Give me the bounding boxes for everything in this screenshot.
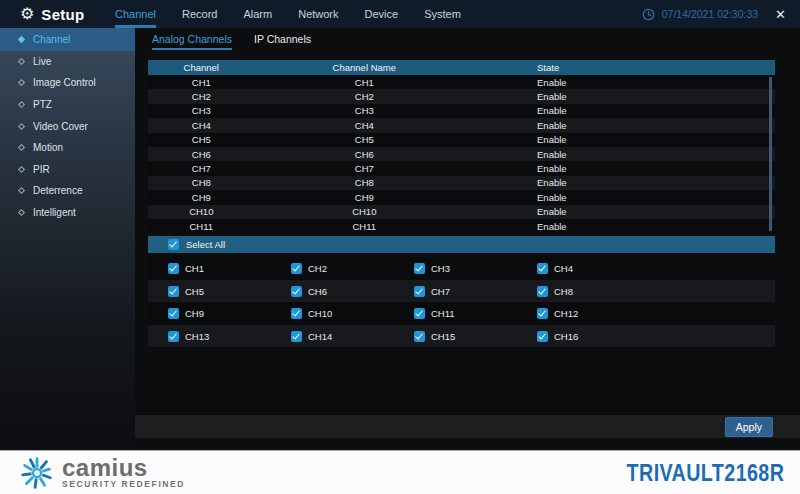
checkbox-icon[interactable] xyxy=(168,308,179,319)
channel-checkbox-ch11[interactable]: CH11 xyxy=(414,308,537,319)
bottom-gap xyxy=(135,438,800,450)
channel-checkbox-ch15[interactable]: CH15 xyxy=(414,331,537,342)
header-state: State xyxy=(474,62,775,73)
table-row: CH11 CH11 Enable xyxy=(148,219,775,233)
channel-table: Channel Channel Name State CH1 CH1 Enabl… xyxy=(148,60,775,347)
table-row: CH4 CH4 Enable xyxy=(148,118,775,132)
checkbox-icon[interactable] xyxy=(414,308,425,319)
cell-channel: CH10 xyxy=(148,206,255,217)
close-icon[interactable]: ✕ xyxy=(775,7,786,22)
top-menu: Channel Record Alarm Network Device Syst… xyxy=(115,0,461,28)
channel-tabs: Analog Channels IP Channels xyxy=(135,28,800,50)
sidebar-item-pir[interactable]: PIR xyxy=(0,158,135,180)
table-row: CH8 CH8 Enable xyxy=(148,176,775,190)
checkbox-label: CH6 xyxy=(308,286,327,297)
channel-checkbox-ch12[interactable]: CH12 xyxy=(537,308,660,319)
table-row: CH6 CH6 Enable xyxy=(148,147,775,161)
table-scrollbar[interactable] xyxy=(769,77,772,231)
gear-icon: ⚙ xyxy=(20,6,34,22)
checkbox-label: CH13 xyxy=(185,331,209,342)
channel-checkbox-ch6[interactable]: CH6 xyxy=(291,286,414,297)
camius-logo: camius SECURITY REDEFINED xyxy=(18,454,185,492)
cell-state: Enable xyxy=(474,77,775,88)
channel-checkbox-ch9[interactable]: CH9 xyxy=(168,308,291,319)
sidebar-item-video-cover[interactable]: Video Cover xyxy=(0,115,135,137)
sidebar-item-live[interactable]: Live xyxy=(0,51,135,73)
cell-name: CH4 xyxy=(255,120,474,131)
channel-checkbox-ch1[interactable]: CH1 xyxy=(168,263,291,274)
checkbox-icon[interactable] xyxy=(537,286,548,297)
tab-ip-channels[interactable]: IP Channels xyxy=(254,28,311,50)
checkbox-icon[interactable] xyxy=(291,331,302,342)
sidebar-item-intelligent[interactable]: Intelligent xyxy=(0,202,135,224)
checkbox-icon[interactable] xyxy=(291,263,302,274)
channel-checkbox-ch5[interactable]: CH5 xyxy=(168,286,291,297)
setup-window: ⚙ Setup Channel Record Alarm Network Dev… xyxy=(0,0,800,494)
checkbox-label: CH15 xyxy=(431,331,455,342)
channel-checkbox-ch3[interactable]: CH3 xyxy=(414,263,537,274)
menu-item-alarm[interactable]: Alarm xyxy=(243,0,272,28)
clock-icon xyxy=(642,8,655,21)
checkbox-icon[interactable] xyxy=(291,308,302,319)
checkbox-label: CH7 xyxy=(431,286,450,297)
topbar-right: 07/14/2021 02:30:33 ✕ xyxy=(642,7,800,22)
diamond-icon xyxy=(18,79,25,86)
select-all-label: Select All xyxy=(186,239,225,250)
cell-channel: CH2 xyxy=(148,91,255,102)
checkbox-icon[interactable] xyxy=(168,286,179,297)
checkbox-icon[interactable] xyxy=(168,331,179,342)
checkbox-icon[interactable] xyxy=(414,286,425,297)
apply-button[interactable]: Apply xyxy=(725,417,773,437)
brand-tagline: SECURITY REDEFINED xyxy=(62,479,185,489)
diamond-icon xyxy=(18,101,25,108)
menu-item-system[interactable]: System xyxy=(424,0,461,28)
cell-name: CH2 xyxy=(255,91,474,102)
cell-state: Enable xyxy=(474,206,775,217)
channel-checkbox-ch4[interactable]: CH4 xyxy=(537,263,660,274)
menu-item-record[interactable]: Record xyxy=(182,0,217,28)
logo-text: camius SECURITY REDEFINED xyxy=(62,457,185,489)
model-name: TRIVAULT2168R xyxy=(626,459,784,487)
sidebar-item-ptz[interactable]: PTZ xyxy=(0,94,135,116)
channel-checkbox-ch2[interactable]: CH2 xyxy=(291,263,414,274)
diamond-icon xyxy=(18,58,25,65)
checkbox-label: CH1 xyxy=(185,263,204,274)
menu-item-network[interactable]: Network xyxy=(298,0,338,28)
select-all-row[interactable]: Select All xyxy=(148,236,775,253)
sidebar-item-image-control[interactable]: Image Control xyxy=(0,72,135,94)
cell-name: CH11 xyxy=(255,221,474,232)
diamond-icon xyxy=(18,166,25,173)
checkbox-icon[interactable] xyxy=(537,331,548,342)
checkbox-icon[interactable] xyxy=(291,286,302,297)
cell-channel: CH4 xyxy=(148,120,255,131)
sidebar-item-motion[interactable]: Motion xyxy=(0,137,135,159)
sidebar-item-channel[interactable]: Channel xyxy=(0,28,135,51)
sidebar-item-deterrence[interactable]: Deterrence xyxy=(0,180,135,202)
cell-state: Enable xyxy=(474,221,775,232)
menu-item-device[interactable]: Device xyxy=(365,0,399,28)
checkbox-icon[interactable] xyxy=(414,263,425,274)
checkbox-row: CH5 CH6 CH7 CH8 xyxy=(148,280,775,303)
menu-item-channel[interactable]: Channel xyxy=(115,0,156,28)
table-row: CH9 CH9 Enable xyxy=(148,190,775,204)
checkbox-icon[interactable] xyxy=(414,331,425,342)
checkbox-icon[interactable] xyxy=(537,308,548,319)
checkbox-icon[interactable] xyxy=(537,263,548,274)
checkbox-icon[interactable] xyxy=(168,263,179,274)
channel-checkbox-ch16[interactable]: CH16 xyxy=(537,331,660,342)
sidebar-item-label: Image Control xyxy=(33,77,96,88)
channel-checkbox-ch14[interactable]: CH14 xyxy=(291,331,414,342)
channel-checkbox-ch13[interactable]: CH13 xyxy=(168,331,291,342)
footer: camius SECURITY REDEFINED TRIVAULT2168R xyxy=(0,450,800,494)
channel-checkbox-ch10[interactable]: CH10 xyxy=(291,308,414,319)
tab-analog-channels[interactable]: Analog Channels xyxy=(152,28,232,50)
checkbox-label: CH8 xyxy=(554,286,573,297)
sidebar: Channel Live Image Control PTZ Video Cov… xyxy=(0,28,135,450)
channel-checkbox-ch7[interactable]: CH7 xyxy=(414,286,537,297)
select-all-checkbox[interactable] xyxy=(168,239,179,250)
channel-checkbox-grid: CH1 CH2 CH3 CH4 CH5 CH6 CH7 CH8 CH9 CH10 xyxy=(148,257,775,347)
channel-checkbox-ch8[interactable]: CH8 xyxy=(537,286,660,297)
sidebar-item-label: Intelligent xyxy=(33,207,76,218)
sidebar-item-label: Motion xyxy=(33,142,63,153)
brand-name: camius xyxy=(62,457,185,479)
